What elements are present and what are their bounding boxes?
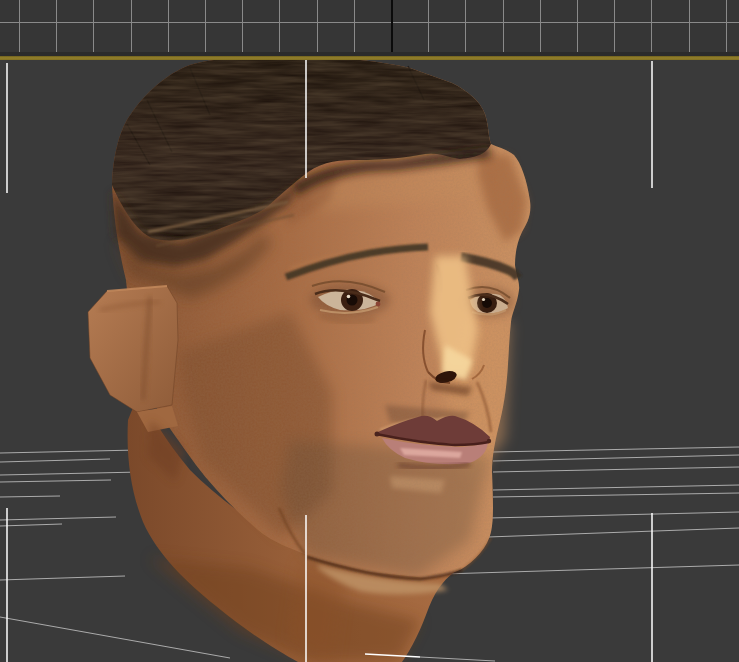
grid-line: [493, 447, 739, 452]
grid-line: [460, 528, 739, 538]
grid-line: [0, 524, 62, 526]
viewport-3d-screen: [0, 0, 739, 662]
grid-line: [0, 480, 111, 482]
grid-line: [493, 455, 739, 461]
grid-line: [493, 485, 739, 490]
grid-line: [0, 450, 138, 453]
ruler-black-marker: [391, 0, 393, 52]
grid-line: [489, 512, 739, 518]
grid-line: [493, 493, 739, 497]
grid-line: [420, 657, 495, 661]
grid-line: [0, 496, 60, 497]
grid-line: [0, 472, 141, 475]
grid-line: [493, 467, 739, 472]
grid-line: [0, 459, 110, 462]
top-grid-ruler: [0, 0, 739, 52]
perspective-viewport[interactable]: [0, 60, 739, 662]
grid-line: [0, 517, 116, 520]
grid-line: [0, 617, 230, 658]
grid-line: [0, 576, 125, 580]
head-model[interactable]: [88, 60, 530, 662]
